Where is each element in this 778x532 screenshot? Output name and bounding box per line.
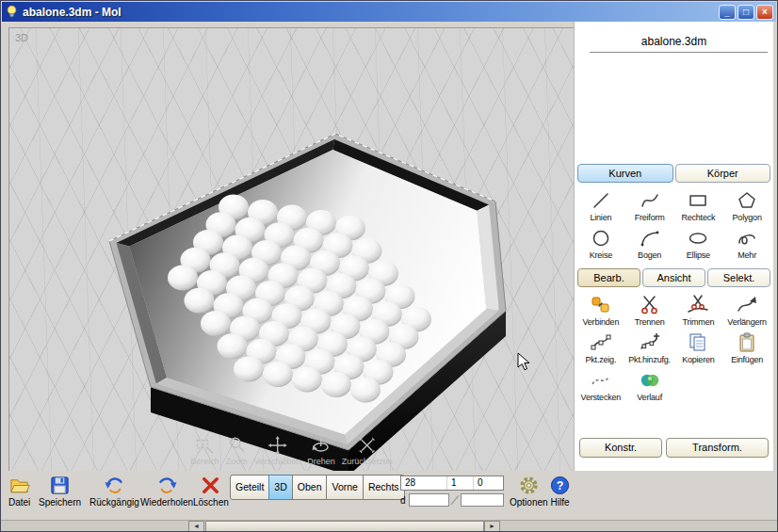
hide-icon: [590, 369, 612, 392]
view-oben-button[interactable]: Oben: [292, 475, 328, 500]
viewport-nav-controls: Bereich Zoom Verschieben Drehen Zurückse…: [190, 435, 393, 466]
blend-icon: [639, 369, 661, 392]
show-points-icon: [590, 331, 612, 354]
tool-ellipse[interactable]: Ellipse: [674, 224, 723, 262]
coord-y-field[interactable]: 1: [446, 476, 473, 490]
transform-button[interactable]: Transform.: [666, 438, 769, 458]
pan-button[interactable]: Verschieben: [254, 435, 301, 466]
app-lightbulb-icon: [5, 5, 19, 19]
delete-x-icon: [200, 475, 221, 496]
edit-tabs: Bearb. Ansicht Selekt.: [577, 268, 770, 287]
extend-curve-icon: [736, 294, 758, 316]
minimize-button[interactable]: _: [719, 5, 736, 20]
coordinate-panel: 28 1 0 d: [400, 476, 504, 507]
floppy-disk-icon: [49, 475, 71, 496]
scroll-right-icon[interactable]: ►: [484, 521, 500, 532]
magnifier-icon: [226, 435, 247, 456]
circle-icon: [590, 227, 612, 250]
reset-view-button[interactable]: Zurücksetzen: [342, 435, 393, 466]
rotate-button[interactable]: Drehen: [307, 435, 335, 466]
copy-icon: [687, 331, 709, 354]
file-button[interactable]: Datei: [8, 475, 30, 508]
tool-kreise[interactable]: Kreise: [576, 224, 625, 262]
area-zoom-icon: [194, 435, 215, 456]
angle-divider-icon: [450, 494, 460, 506]
viewport-3d[interactable]: 3D: [8, 27, 575, 472]
tool-freiform[interactable]: Freiform: [625, 186, 674, 224]
rectangle-icon: [687, 189, 709, 212]
curve-tools: Linien Freiform Rechteck Polygon Kreise …: [575, 185, 773, 263]
tool-trimmen[interactable]: Trimmen: [674, 291, 723, 329]
tool-verlaengern[interactable]: Verlängern: [722, 291, 771, 329]
reset-view-icon: [357, 435, 378, 456]
tab-selekt[interactable]: Selekt.: [707, 268, 770, 287]
svg-text:?: ?: [557, 479, 564, 492]
coord-z-field[interactable]: 0: [473, 476, 501, 490]
angle-input[interactable]: [461, 493, 504, 507]
arc-icon: [639, 227, 661, 250]
line-icon: [590, 189, 612, 212]
view-geteilt-button[interactable]: Geteilt: [230, 475, 269, 500]
join-icon: [590, 294, 612, 316]
distance-input[interactable]: [409, 493, 450, 507]
scissors-icon: [639, 294, 661, 316]
tab-bearb[interactable]: Bearb.: [577, 268, 640, 287]
maximize-button[interactable]: □: [737, 5, 754, 20]
undo-button[interactable]: Rückgängig: [89, 475, 139, 508]
horizontal-scrollbar[interactable]: ◄ ►: [1, 520, 778, 532]
tool-verstecken[interactable]: Verstecken: [576, 366, 625, 404]
helix-icon: [736, 227, 758, 250]
coord-x-field[interactable]: 28: [401, 476, 446, 490]
tool-verlauf[interactable]: Verlauf: [625, 366, 674, 404]
tool-rechteck[interactable]: Rechteck: [674, 186, 723, 224]
help-button[interactable]: ? Hilfe: [549, 475, 571, 508]
options-button[interactable]: Optionen: [510, 475, 548, 508]
rotate-icon: [311, 435, 332, 456]
document-name: abalone.3dm: [575, 35, 773, 48]
undo-arrow-icon: [104, 475, 125, 496]
app-window: abalone.3dm - MoI _ □ × 3D: [0, 0, 778, 532]
scrollbar-thumb[interactable]: [205, 521, 484, 532]
tab-ansicht[interactable]: Ansicht: [642, 268, 705, 287]
tool-pkt-zeig[interactable]: Pkt.zeig.: [576, 329, 625, 366]
save-button[interactable]: Speichern: [39, 475, 81, 508]
close-button[interactable]: ×: [756, 5, 773, 20]
trim-scissors-icon: [687, 294, 709, 316]
area-zoom-button[interactable]: Bereich: [190, 435, 219, 466]
titlebar: abalone.3dm - MoI _ □ ×: [2, 2, 776, 22]
tool-polygon[interactable]: Polygon: [722, 186, 771, 224]
gear-icon: [518, 475, 540, 496]
folder-icon: [8, 475, 30, 496]
tab-kurven[interactable]: Kurven: [577, 164, 673, 183]
tool-verbinden[interactable]: Verbinden: [576, 291, 625, 329]
abalone-board-render: [9, 28, 574, 471]
view-3d-button[interactable]: 3D: [268, 475, 292, 500]
tool-einfuegen[interactable]: Einfügen: [722, 329, 771, 366]
view-vorne-button[interactable]: Vorne: [326, 475, 363, 500]
add-point-icon: [639, 331, 661, 354]
bottom-toolbar: Datei Speichern Rückgängig Wiederholen L…: [1, 471, 778, 520]
view-rechts-button[interactable]: Rechts: [363, 475, 405, 500]
delete-button[interactable]: Löschen: [193, 475, 229, 508]
side-panel: abalone.3dm Kurven Körper Linien Freifor…: [574, 22, 773, 471]
coordinate-readout[interactable]: 28 1 0: [400, 476, 504, 491]
scroll-left-icon[interactable]: ◄: [188, 521, 204, 532]
ellipse-icon: [687, 227, 709, 250]
tool-bogen[interactable]: Bogen: [625, 224, 674, 262]
help-icon: ?: [549, 475, 571, 496]
create-tabs: Kurven Körper: [577, 164, 770, 183]
redo-button[interactable]: Wiederholen: [140, 475, 193, 508]
tool-kopieren[interactable]: Kopieren: [674, 329, 723, 366]
tab-koerper[interactable]: Körper: [675, 164, 771, 183]
tool-mehr[interactable]: Mehr: [722, 224, 771, 262]
window-title: abalone.3dm - MoI: [23, 6, 717, 19]
edit-tools: Verbinden Trennen Trimmen Verlängern Pkt…: [575, 290, 773, 405]
zoom-button[interactable]: Zoom: [226, 435, 248, 466]
panel-bottom-buttons: Konstr. Transform.: [579, 438, 769, 458]
konstr-button[interactable]: Konstr.: [579, 438, 662, 458]
tool-pkt-hinzufg[interactable]: Pkt.hinzufg.: [625, 329, 674, 366]
tool-trennen[interactable]: Trennen: [625, 291, 674, 329]
tool-linien[interactable]: Linien: [576, 186, 625, 224]
distance-label: d: [400, 495, 406, 506]
view-buttons: Geteilt 3D Oben Vorne Rechts: [230, 475, 405, 500]
